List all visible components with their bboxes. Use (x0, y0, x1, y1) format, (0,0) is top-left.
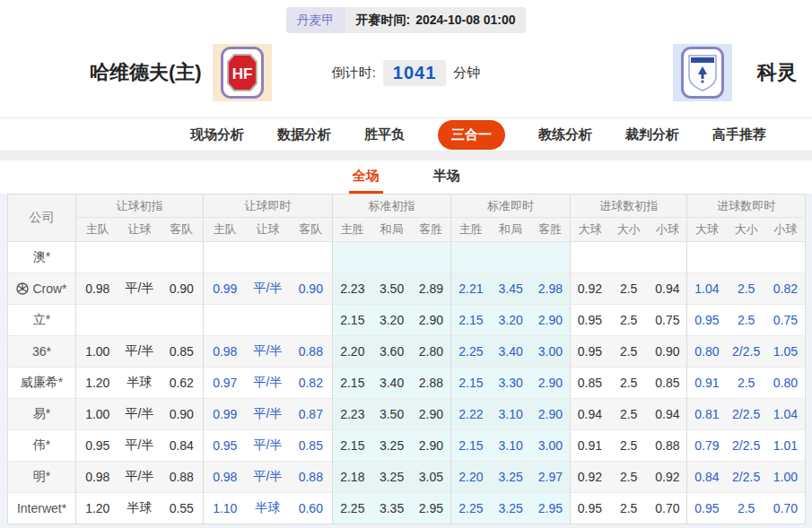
company-cell: 威廉希* (8, 368, 76, 399)
odds-cell: 3.25 (491, 493, 531, 524)
column-header-company: 公司 (8, 195, 76, 242)
company-cell: Crow* (8, 273, 76, 305)
away-logo-frame (681, 47, 724, 99)
odds-cell: 0.79 (687, 430, 727, 462)
odds-cell: 3.50 (372, 399, 412, 430)
odds-cell: 0.88 (161, 462, 204, 493)
odds-cell: 0.94 (571, 399, 609, 430)
odds-cell: 3.20 (491, 305, 531, 336)
odds-cell: 0.91 (687, 368, 727, 399)
odds-cell: 0.95 (687, 493, 727, 524)
scope-subtabs: 全场半场 (0, 160, 812, 194)
table-row: Interwet*1.20半球0.551.10半球0.602.253.352.9… (8, 493, 806, 524)
nav-tab-1[interactable]: 现场分析 (190, 126, 244, 143)
nav-tab-6[interactable]: 裁判分析 (625, 126, 679, 143)
odds-cell: 2.25 (333, 493, 372, 524)
odds-cell: 1.20 (76, 368, 119, 399)
nav-tab-4[interactable]: 三合一 (438, 120, 505, 150)
odds-cell: 平/半 (119, 336, 161, 368)
odds-cell: 3.30 (491, 368, 531, 399)
odds-cell: 0.95 (571, 493, 609, 524)
odds-cell: 平/半 (119, 399, 161, 430)
odds-cell (571, 242, 609, 273)
odds-cell: 2/2.5 (727, 336, 766, 368)
match-meta: 丹麦甲 开赛时间: 2024-10-08 01:00 (286, 7, 527, 33)
odds-cell (161, 242, 204, 273)
sub-header-6-3: 小球 (766, 218, 806, 242)
odds-cell: 0.88 (649, 430, 687, 462)
odds-cell: 0.98 (76, 462, 119, 493)
odds-cell: 2.5 (609, 399, 649, 430)
odds-cell (76, 305, 119, 336)
odds-cell: 0.55 (161, 493, 204, 524)
kickoff-label: 开赛时间: (356, 7, 411, 33)
odds-cell (247, 242, 290, 273)
odds-cell: 1.20 (76, 493, 119, 524)
odds-cell: 平/半 (247, 462, 290, 493)
odds-cell: 0.92 (571, 273, 609, 305)
odds-cell: 1.00 (766, 462, 806, 493)
sub-header-5-3: 小球 (649, 218, 687, 242)
group-header-5: 进球数初指 (571, 195, 687, 218)
odds-cell: 3.25 (491, 462, 531, 493)
odds-table-zone: 公司让球初指让球即时标准初指标准即时进球数初指进球数即时主队让球客队主队让球客队… (0, 194, 812, 528)
odds-cell: 3.50 (372, 273, 412, 305)
odds-cell: 2.18 (333, 462, 372, 493)
odds-cell: 0.60 (290, 493, 333, 524)
nav-tab-7[interactable]: 高手推荐 (712, 126, 766, 143)
odds-cell: 平/半 (119, 430, 161, 462)
odds-cell: 0.94 (649, 399, 687, 430)
company-cell: 明* (8, 462, 76, 493)
odds-cell: 2.90 (531, 368, 571, 399)
odds-cell (290, 305, 333, 336)
home-team: 哈维德夫(主) HF (90, 44, 272, 101)
odds-cell: 0.95 (204, 430, 247, 462)
odds-cell (531, 242, 571, 273)
odds-cell: 3.10 (491, 399, 531, 430)
odds-cell: 1.04 (766, 399, 806, 430)
odds-cell: 平/半 (247, 273, 290, 305)
odds-cell: 0.92 (649, 462, 687, 493)
odds-cell: 3.35 (372, 493, 412, 524)
odds-cell (412, 242, 451, 273)
odds-cell (119, 305, 161, 336)
table-row: 立*2.153.202.902.153.202.900.952.50.750.9… (8, 305, 806, 336)
odds-cell: 3.25 (372, 430, 412, 462)
sub-header-6-2: 大小 (727, 218, 766, 242)
odds-cell: 0.70 (649, 493, 687, 524)
odds-cell: 2.88 (412, 368, 451, 399)
odds-cell: 2.90 (531, 305, 571, 336)
nav-tab-3[interactable]: 胜平负 (364, 126, 405, 143)
away-crest-icon (686, 53, 719, 92)
nav-tab-2[interactable]: 数据分析 (277, 126, 331, 143)
odds-cell: 2.95 (412, 493, 451, 524)
sub-header-3-1: 主胜 (333, 218, 372, 242)
odds-cell: 0.70 (766, 493, 806, 524)
odds-cell: 2.5 (609, 305, 649, 336)
odds-cell: 0.82 (290, 368, 333, 399)
odds-cell: 0.90 (290, 273, 333, 305)
home-crest-icon: HF (227, 54, 258, 91)
odds-cell: 1.10 (204, 493, 247, 524)
odds-cell: 2.95 (531, 493, 571, 524)
subtab-1[interactable]: 全场 (349, 160, 383, 194)
divider-band (0, 151, 812, 160)
odds-cell: 1.05 (766, 336, 806, 368)
odds-cell: 2.5 (609, 273, 649, 305)
company-cell: 澳* (8, 242, 76, 273)
nav-tab-5[interactable]: 教练分析 (538, 126, 592, 143)
sub-header-2-1: 主队 (204, 218, 247, 242)
odds-cell: 2.5 (727, 493, 766, 524)
home-team-logo: HF (213, 44, 272, 101)
odds-cell (491, 242, 531, 273)
sub-header-1-2: 让球 (119, 218, 161, 242)
odds-cell: 2.25 (451, 336, 491, 368)
subtab-2[interactable]: 半场 (430, 160, 464, 194)
odds-cell: 2.23 (333, 273, 372, 305)
kickoff-time: 开赛时间: 2024-10-08 01:00 (345, 7, 527, 33)
odds-cell: 2.5 (727, 305, 766, 336)
odds-cell: 0.84 (687, 462, 727, 493)
table-row: 伟*0.95平/半0.840.95平/半0.852.153.252.902.15… (8, 430, 806, 462)
odds-cell (451, 242, 491, 273)
odds-cell: 2.23 (333, 399, 372, 430)
